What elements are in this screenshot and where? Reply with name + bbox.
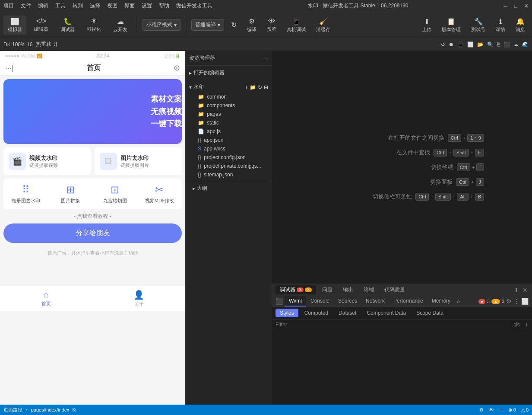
devtools-tab-console[interactable]: Console [306, 296, 334, 306]
toolbar-icon7[interactable]: ⎘ [497, 42, 500, 48]
devtools-tab-output[interactable]: 输出 [339, 285, 358, 294]
explorer-more-icon[interactable]: ··· [263, 55, 268, 62]
nav-about[interactable]: 👤 关于 [93, 290, 186, 307]
image-watermark-card[interactable]: 🖼 图片去水印 链接提取图片 [95, 147, 182, 175]
close-button[interactable]: ✕ [524, 3, 529, 9]
add-file-icon[interactable]: + [245, 84, 248, 90]
open-editors-header[interactable]: ▸ 打开的编辑器 [186, 67, 272, 78]
version-button[interactable]: 📋 版本管理 [438, 16, 464, 35]
devtools-more-icon[interactable]: ⋮ [513, 298, 519, 305]
add-style-button[interactable]: + [525, 321, 529, 328]
devtools-undock-icon[interactable]: ⬜ [521, 298, 529, 305]
toolbar-icon6[interactable]: 🔍 [487, 42, 494, 48]
detail-button[interactable]: ℹ 详情 [492, 16, 509, 35]
chevron-up-icon[interactable]: ⬆ [513, 286, 520, 294]
wxml-inspect-icon[interactable]: ⬛ [276, 298, 283, 305]
dots-status-icon[interactable]: ··· [499, 407, 503, 413]
back-button[interactable]: ···| [5, 64, 14, 73]
folder-components[interactable]: 📁 components [186, 101, 272, 110]
menu-item-tools[interactable]: 工具 [55, 2, 66, 10]
cls-button[interactable]: .cls [512, 322, 520, 328]
menu-item-help[interactable]: 帮助 [159, 2, 169, 10]
toolbar-icon1[interactable]: ↺ [441, 42, 445, 48]
tab-component-data[interactable]: Component Data [362, 309, 410, 317]
status-page-path[interactable]: pages/index/index [31, 407, 70, 412]
compile-mode-dropdown[interactable]: 普通编译 ▾ [191, 19, 224, 31]
toolbar-icon3[interactable]: 📱 [457, 42, 464, 48]
grid-item-album[interactable]: ⠿ 相册图去水印 [3, 184, 48, 204]
folder-pages[interactable]: 📁 pages [186, 110, 272, 118]
project-header[interactable]: ▾ 水印 + 📁 ↻ ⊟ [186, 82, 272, 93]
tab-styles[interactable]: Styles [276, 309, 298, 317]
devtools-tab-terminal[interactable]: 终端 [359, 285, 378, 294]
more-tabs-button[interactable]: » [455, 298, 462, 305]
toolbar-icon8[interactable]: ⬛ [504, 42, 510, 48]
file-project-private[interactable]: {} project.private.config.js... [186, 162, 272, 170]
debugger-button[interactable]: 🐛 调试器 [56, 16, 79, 35]
zoom-level[interactable]: DK 100% 16 [3, 42, 32, 48]
collapse-all-icon[interactable]: ⊟ [264, 84, 268, 90]
simulator-button[interactable]: ⬜ 模拟器 [3, 16, 26, 35]
grid-item-md5[interactable]: ✂ 视频MD5修改 [137, 184, 182, 204]
folder-static[interactable]: 📁 static [186, 118, 272, 127]
menu-item-settings[interactable]: 设置 [142, 2, 152, 10]
share-button[interactable]: 分享给朋友 [3, 223, 182, 243]
preview-button[interactable]: 👁 预览 [263, 16, 280, 34]
grid-item-grid-cut[interactable]: ⊡ 九宫格切图 [93, 184, 137, 204]
toolbar-icon4[interactable]: ⬜ [467, 42, 474, 48]
toolbar-icon5[interactable]: 📂 [477, 42, 484, 48]
settings-status-icon[interactable]: ⚙ [479, 407, 484, 413]
file-sitemap[interactable]: {} sitemap.json [186, 170, 272, 179]
menu-item-goto[interactable]: 转到 [73, 2, 83, 10]
test-button[interactable]: 🔧 测试号 [468, 16, 489, 35]
outline-header[interactable]: ▸ 大纲 [189, 183, 268, 194]
cloud-button[interactable]: ☁ 云开发 [109, 16, 132, 35]
devtools-tab-issues[interactable]: 问题 [318, 285, 337, 294]
menu-item-select[interactable]: 选择 [90, 2, 100, 10]
hot-reload-toggle[interactable]: 热重载 开 [36, 41, 58, 48]
message-button[interactable]: 🔔 消息 [512, 16, 529, 35]
add-folder-icon[interactable]: 📁 [250, 84, 256, 90]
file-app-json[interactable]: {} app.json [186, 136, 272, 144]
menu-item-file[interactable]: 文件 [21, 2, 31, 10]
menu-item-wechat[interactable]: 微信开发者工具 [176, 2, 212, 10]
menu-item-edit[interactable]: 编辑 [38, 2, 48, 10]
vision-button[interactable]: 👁 可视化 [82, 16, 105, 34]
tutorial-link[interactable]: - 点我查看教程 - [3, 213, 182, 220]
devtools-tab-performance[interactable]: Performance [389, 296, 428, 306]
maximize-button[interactable]: □ [514, 3, 517, 9]
menu-item-interface[interactable]: 界面 [124, 2, 135, 10]
menu-item-view[interactable]: 视图 [107, 2, 117, 10]
toolbar-icon9[interactable]: ☁ [513, 42, 519, 48]
devtools-tab-network[interactable]: Network [361, 296, 389, 306]
tab-dataset[interactable]: Dataset [334, 309, 361, 317]
upload-button[interactable]: ⬆ 上传 [418, 16, 435, 35]
minimize-button[interactable]: ─ [504, 3, 507, 9]
toolbar-icon2[interactable]: ⏺ [449, 42, 454, 48]
nav-home[interactable]: ⌂ 首页 [0, 290, 93, 307]
eye-status-icon[interactable]: 👁 [489, 407, 494, 413]
tab-scope-data[interactable]: Scope Data [412, 309, 448, 317]
more-options-button[interactable]: ⊕ [174, 63, 180, 73]
devtools-tab-sources[interactable]: Sources [334, 296, 361, 306]
video-watermark-card[interactable]: 🎬 视频去水印 链接提取视频 [3, 147, 91, 175]
grid-item-collage[interactable]: ⊞ 图片拼接 [48, 184, 92, 204]
clean-cache-button[interactable]: 🧹 清缓存 [313, 16, 334, 35]
devtools-tab-memory[interactable]: Memory [428, 296, 455, 306]
settings-icon[interactable]: ⚙ [506, 298, 512, 305]
mode-dropdown[interactable]: 小程序模式 ▾ [142, 19, 180, 31]
devtools-tab-wxml[interactable]: Wxml [285, 296, 306, 306]
filter-input[interactable] [276, 322, 509, 328]
file-app-js[interactable]: 📄 app.js [186, 127, 272, 136]
refresh-explorer-icon[interactable]: ↻ [258, 84, 262, 90]
menu-item-project[interactable]: 项目 [3, 2, 14, 10]
tab-computed[interactable]: Computed [300, 309, 332, 317]
devtools-tab-debugger[interactable]: 调试器 3 3 [276, 285, 316, 294]
folder-common[interactable]: 📁 common [186, 93, 272, 101]
copy-path-icon[interactable]: ⎘ [73, 407, 76, 412]
remote-debug-button[interactable]: 📱 真机调试 [283, 16, 309, 35]
editor-button[interactable]: </> 编辑器 [30, 16, 53, 34]
file-project-config[interactable]: {} project.config.json [186, 153, 272, 162]
devtools-tab-quality[interactable]: 代码质量 [380, 285, 409, 294]
toolbar-icon10[interactable]: 🌊 [522, 42, 529, 48]
